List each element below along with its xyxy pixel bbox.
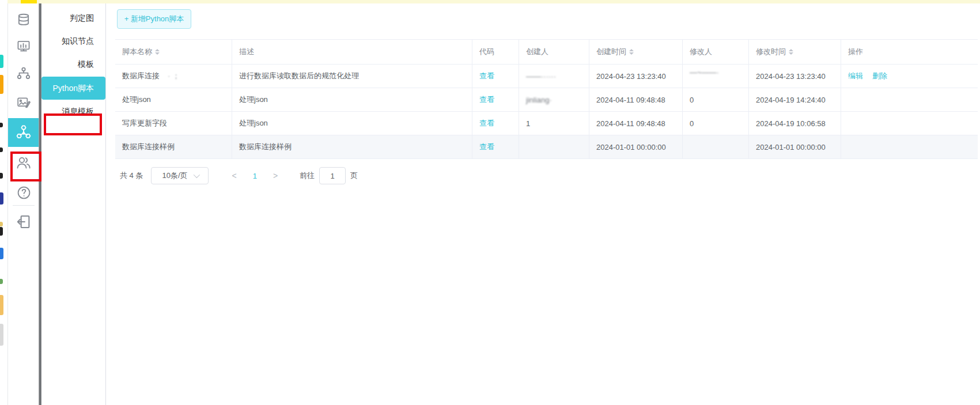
cell-modified-time: 2024-01-01 00:00:00	[749, 135, 841, 158]
redacted-text: ——······	[526, 72, 556, 81]
submenu-item-python-script[interactable]: Python脚本	[41, 77, 105, 100]
redacted-text: · ；	[168, 71, 180, 81]
left-edge-fragment	[0, 192, 3, 205]
cell-code: 查看	[472, 65, 519, 88]
database-icon[interactable]	[8, 11, 39, 29]
cell-creator	[519, 135, 589, 158]
cell-modifier: 0	[683, 88, 749, 111]
annotation-box-message-template	[44, 113, 102, 135]
total-count-label: 共 4 条	[120, 171, 143, 181]
left-edge-fragment	[0, 75, 3, 94]
redacted-text: —~——·	[690, 68, 719, 77]
view-code-link[interactable]: 查看	[479, 118, 494, 128]
sort-caret-icon[interactable]	[155, 49, 160, 55]
delete-link[interactable]: 删除	[872, 71, 887, 81]
cell-actions	[841, 135, 978, 158]
cell-code: 查看	[472, 112, 519, 135]
left-edge-fragment	[0, 279, 3, 284]
cell-description: 处理json	[232, 88, 472, 111]
left-edge-fragment	[0, 147, 3, 152]
cell-creator: jinliang·	[519, 88, 589, 111]
edit-link[interactable]: 编辑	[848, 71, 863, 81]
left-edge-fragment	[0, 55, 3, 68]
view-code-link[interactable]: 查看	[479, 71, 494, 81]
page-unit-label: 页	[350, 171, 358, 181]
cell-creator: 1	[519, 112, 589, 135]
left-edge-fragment	[0, 123, 3, 127]
left-edge-fragment	[0, 173, 3, 179]
icon-sidebar	[7, 3, 39, 405]
prev-page-button[interactable]: <	[232, 171, 236, 180]
cell-script-name: 数据库连接样例	[115, 135, 232, 158]
chevron-down-icon	[193, 172, 199, 178]
cell-modified-time: 2024-04-19 10:06:58	[749, 112, 841, 135]
cell-actions: 编辑 删除	[841, 65, 978, 88]
left-edge-fragment	[0, 222, 3, 226]
cell-creator: ——······	[519, 65, 589, 88]
cell-modifier	[683, 135, 749, 158]
cell-created-time: 2024-04-23 13:23:40	[589, 65, 683, 88]
table-header-row: 脚本名称 描述 代码 创建人 创建时间 修改人 修改时间 操作	[115, 39, 978, 65]
sidebar-divider	[13, 205, 35, 206]
column-header-modifier: 修改人	[683, 40, 749, 64]
monitor-chart-icon[interactable]	[8, 37, 39, 56]
column-header-code: 代码	[472, 40, 519, 64]
main-content: + 新增Python脚本 脚本名称 描述 代码 创建人 创建时间 修改人 修改时…	[107, 3, 980, 405]
cell-modified-time: 2024-04-23 13:23:40	[749, 65, 841, 88]
hierarchy-icon[interactable]	[8, 64, 39, 82]
cell-description: 进行数据库读取数据后的规范化处理	[232, 65, 472, 88]
goto-label: 前往	[300, 171, 315, 181]
cell-modifier: 0	[683, 112, 749, 135]
table-row: 处理json 处理json 查看 jinliang· 2024-04-11 09…	[115, 88, 978, 112]
next-page-button[interactable]: >	[273, 171, 278, 180]
left-edge-fragment	[0, 227, 3, 236]
table-row: 写库更新字段 处理json 查看 1 2024-04-11 09:48:48 0…	[115, 112, 978, 135]
cell-script-name: 处理json	[115, 88, 232, 111]
view-code-link[interactable]: 查看	[479, 142, 494, 152]
redacted-text: jinliang·	[526, 96, 552, 104]
cell-created-time: 2024-04-11 09:48:48	[589, 112, 683, 135]
left-edge-fragment	[0, 324, 3, 346]
column-header-created-time[interactable]: 创建时间	[589, 40, 683, 64]
left-edge-fragment	[0, 248, 3, 259]
table-row: 数据库连接· ； 进行数据库读取数据后的规范化处理 查看 ——······ 20…	[115, 65, 978, 88]
annotation-box-users-icon	[10, 152, 41, 181]
scripts-table: 脚本名称 描述 代码 创建人 创建时间 修改人 修改时间 操作 数据库连接· ；…	[115, 39, 978, 159]
column-header-description: 描述	[232, 40, 472, 64]
sort-caret-icon[interactable]	[789, 49, 793, 55]
cell-description: 数据库连接样例	[232, 135, 472, 158]
current-page-number[interactable]: 1	[253, 172, 257, 180]
cell-code: 查看	[472, 88, 519, 111]
submenu-item-decision-graph[interactable]: 判定图	[41, 6, 105, 29]
cell-script-name: 数据库连接· ；	[115, 65, 232, 88]
cell-description: 处理json	[232, 112, 472, 135]
cell-modifier: —~——·	[683, 65, 749, 88]
goto-page-input[interactable]	[319, 167, 346, 184]
sort-caret-icon[interactable]	[629, 49, 634, 55]
cell-actions	[841, 88, 978, 111]
submenu-panel: 判定图 知识节点 模板 Python脚本 消息模板	[41, 3, 106, 405]
view-code-link[interactable]: 查看	[479, 94, 494, 105]
table-row: 数据库连接样例 数据库连接样例 查看 2024-01-01 00:00:00 2…	[115, 135, 978, 159]
column-header-actions: 操作	[841, 40, 978, 64]
submenu-item-knowledge-node[interactable]: 知识节点	[41, 29, 105, 52]
network-icon-active[interactable]	[8, 118, 39, 147]
top-strip-white-gap	[0, 0, 7, 3]
left-edge-fragment	[0, 295, 3, 315]
add-python-script-button[interactable]: + 新增Python脚本	[117, 9, 191, 29]
help-icon[interactable]	[8, 183, 39, 202]
cell-code: 查看	[472, 135, 519, 158]
cell-script-name: 写库更新字段	[115, 112, 232, 135]
page-size-select[interactable]: 10条/页	[151, 167, 209, 184]
cell-created-time: 2024-01-01 00:00:00	[589, 135, 683, 158]
column-header-script-name[interactable]: 脚本名称	[115, 40, 232, 64]
pagination-bar: 共 4 条 10条/页 < 1 > 前往 页	[120, 167, 358, 184]
logout-icon[interactable]	[8, 211, 39, 233]
cell-actions	[841, 112, 978, 135]
cell-created-time: 2024-04-11 09:48:48	[589, 88, 683, 111]
submenu-item-template[interactable]: 模板	[41, 52, 105, 75]
column-header-modified-time[interactable]: 修改时间	[749, 40, 841, 64]
cell-modified-time: 2024-04-19 14:24:40	[749, 88, 841, 111]
image-edit-icon[interactable]	[8, 93, 39, 112]
column-header-creator: 创建人	[519, 40, 589, 64]
